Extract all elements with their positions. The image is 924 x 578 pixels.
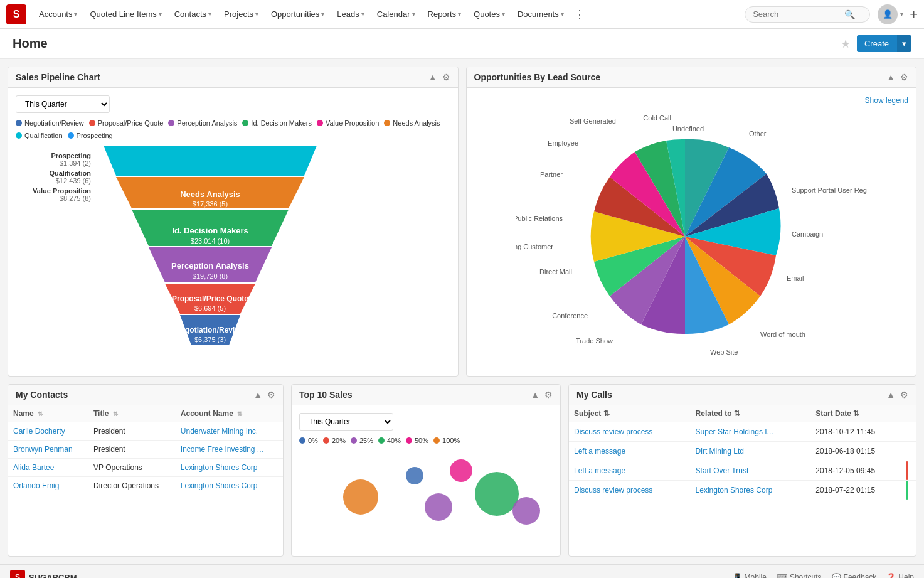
footer-mobile-link[interactable]: 📱 Mobile bbox=[733, 573, 767, 578]
show-legend-container: Show legend bbox=[474, 95, 909, 105]
svg-text:Direct Mail: Direct Mail bbox=[539, 268, 572, 276]
sales-pipeline-header: Sales Pipeline Chart ▲ ⚙ bbox=[8, 67, 458, 88]
call-subject-link[interactable]: Discuss review process bbox=[574, 486, 652, 495]
pie-chart-svg: Undefined Other Cold Call Support Portal… bbox=[516, 111, 867, 362]
table-row: Discuss review process Lexington Shores … bbox=[569, 481, 916, 500]
contacts-col-name[interactable]: Name ⇅ bbox=[8, 405, 88, 422]
call-date: 2018-07-22 01:15 bbox=[810, 481, 906, 500]
nav-item-projects[interactable]: Projects ▾ bbox=[219, 7, 263, 21]
search-input[interactable] bbox=[753, 9, 841, 19]
contact-account-link[interactable]: Income Free Investing ... bbox=[181, 445, 263, 454]
call-related-link[interactable]: Lexington Shores Corp bbox=[696, 486, 773, 495]
legend-value-prop: Value Proposition bbox=[317, 119, 379, 127]
nav-logo[interactable]: S bbox=[6, 4, 26, 24]
svg-text:Id. Decision Makers: Id. Decision Makers bbox=[172, 226, 248, 235]
bubble-chart bbox=[299, 448, 553, 549]
svg-text:Proposal/Price Quote: Proposal/Price Quote bbox=[172, 294, 248, 303]
top-sales-quarter-select[interactable]: This Quarter bbox=[299, 413, 393, 431]
contacts-panel: My Contacts ▲ ⚙ Name ⇅ Title ⇅ Account N… bbox=[8, 384, 284, 557]
contact-account-link[interactable]: Lexington Shores Corp bbox=[181, 481, 258, 490]
legend-dot-needs bbox=[384, 120, 390, 126]
nav-more-icon[interactable]: ⋮ bbox=[574, 8, 585, 21]
show-legend-link[interactable]: Show legend bbox=[865, 96, 908, 105]
svg-text:Existing Customer: Existing Customer bbox=[516, 243, 553, 250]
collapse-icon[interactable]: ▲ bbox=[428, 72, 437, 82]
quarter-select[interactable]: This Quarter bbox=[16, 95, 110, 113]
footer-help-link[interactable]: ❓ Help bbox=[886, 573, 914, 578]
create-button-group: Create ▾ bbox=[857, 35, 911, 52]
contacts-panel-body: Name ⇅ Title ⇅ Account Name ⇅ Carlie Doc… bbox=[8, 405, 283, 495]
create-dropdown-button[interactable]: ▾ bbox=[896, 35, 911, 52]
calls-settings-icon[interactable]: ⚙ bbox=[900, 390, 908, 400]
legend-prospecting: Prospecting bbox=[68, 132, 113, 139]
call-subject-link[interactable]: Left a message bbox=[574, 447, 625, 456]
nav-item-documents[interactable]: Documents ▾ bbox=[512, 7, 569, 21]
call-related-link[interactable]: Super Star Holdings I... bbox=[696, 427, 773, 436]
top-sales-collapse-icon[interactable]: ▲ bbox=[531, 390, 539, 400]
call-subject-link[interactable]: Left a message bbox=[574, 466, 625, 475]
bubble-legend: 0% 20% 25% 40% bbox=[299, 437, 553, 444]
nav-plus-icon[interactable]: + bbox=[910, 6, 918, 23]
settings-icon[interactable]: ⚙ bbox=[442, 72, 450, 82]
contacts-collapse-icon[interactable]: ▲ bbox=[253, 390, 262, 400]
nav-item-contacts[interactable]: Contacts ▾ bbox=[169, 7, 216, 21]
bubble-legend-50: 50% bbox=[406, 437, 428, 444]
call-indicator bbox=[906, 422, 908, 441]
shortcuts-icon: ⌨ bbox=[777, 573, 787, 578]
create-button[interactable]: Create bbox=[857, 35, 896, 52]
nav-item-accounts[interactable]: Accounts ▾ bbox=[34, 7, 82, 21]
svg-text:Public Relations: Public Relations bbox=[516, 215, 563, 222]
bubble-legend-40: 40% bbox=[378, 437, 401, 444]
legend-decision: Id. Decision Makers bbox=[242, 119, 312, 127]
opportunities-body: Show legend bbox=[467, 88, 916, 376]
top-sales-settings-icon[interactable]: ⚙ bbox=[544, 390, 553, 400]
footer-feedback-link[interactable]: 💬 Feedback bbox=[832, 573, 877, 578]
svg-text:Perception Analysis: Perception Analysis bbox=[171, 261, 249, 270]
contact-name-link[interactable]: Alida Bartee bbox=[13, 463, 54, 472]
legend-perception: Perception Analysis bbox=[168, 119, 237, 127]
opportunities-settings-icon[interactable]: ⚙ bbox=[900, 72, 908, 82]
calls-collapse-icon[interactable]: ▲ bbox=[886, 390, 895, 400]
bubble-3 bbox=[450, 459, 472, 482]
contacts-panel-controls: ▲ ⚙ bbox=[253, 390, 275, 400]
call-related-link[interactable]: Start Over Trust bbox=[696, 466, 749, 475]
nav-item-leads[interactable]: Leads ▾ bbox=[332, 7, 369, 21]
contact-name-link[interactable]: Orlando Emig bbox=[13, 481, 59, 490]
funnel-label-qualification: Qualification $12,439 (6) bbox=[16, 169, 91, 185]
calls-table: Subject ⇅ Related to ⇅ Start Date ⇅ Disc… bbox=[569, 405, 916, 500]
bottom-panel-row: My Contacts ▲ ⚙ Name ⇅ Title ⇅ Account N… bbox=[8, 384, 916, 557]
search-bar[interactable]: 🔍 bbox=[745, 6, 870, 23]
table-row: Left a message Dirt Mining Ltd 2018-06-1… bbox=[569, 442, 916, 461]
call-subject-link[interactable]: Discuss review process bbox=[574, 427, 652, 436]
nav-item-quoted-line-items[interactable]: Quoted Line Items ▾ bbox=[85, 7, 166, 21]
legend-dot-qualification bbox=[16, 132, 22, 139]
contact-account-link[interactable]: Lexington Shores Corp bbox=[181, 463, 258, 472]
opportunities-panel: Opportunities By Lead Source ▲ ⚙ Show le… bbox=[466, 67, 917, 377]
call-date: 2018-10-12 11:45 bbox=[810, 422, 906, 442]
contact-name-link[interactable]: Bronwyn Penman bbox=[13, 445, 73, 454]
sales-pipeline-body: This Quarter Negotiation/Review Proposal… bbox=[8, 88, 458, 368]
user-chevron-icon[interactable]: ▾ bbox=[900, 11, 903, 18]
nav-item-calendar[interactable]: Calendar ▾ bbox=[372, 7, 420, 21]
pipeline-legend: Negotiation/Review Proposal/Price Quote … bbox=[16, 119, 450, 139]
footer-shortcuts-link[interactable]: ⌨ Shortcuts bbox=[777, 573, 822, 578]
nav-item-opportunities[interactable]: Opportunities ▾ bbox=[266, 7, 329, 21]
opportunities-collapse-icon[interactable]: ▲ bbox=[886, 72, 895, 82]
contacts-settings-icon[interactable]: ⚙ bbox=[267, 390, 275, 400]
call-indicator bbox=[906, 442, 908, 461]
calls-col-date[interactable]: Start Date ⇅ bbox=[810, 405, 906, 422]
contact-name-link[interactable]: Carlie Docherty bbox=[13, 427, 65, 436]
favorite-star-icon[interactable]: ★ bbox=[841, 37, 851, 51]
opportunities-header: Opportunities By Lead Source ▲ ⚙ bbox=[467, 67, 916, 88]
contact-account-link[interactable]: Underwater Mining Inc. bbox=[181, 427, 258, 436]
calls-col-related[interactable]: Related to ⇅ bbox=[691, 405, 811, 422]
nav-item-quotes[interactable]: Quotes ▾ bbox=[469, 7, 510, 21]
contacts-col-account[interactable]: Account Name ⇅ bbox=[176, 405, 283, 422]
calls-col-subject[interactable]: Subject ⇅ bbox=[569, 405, 691, 422]
contacts-col-title[interactable]: Title ⇅ bbox=[88, 405, 176, 422]
nav-item-reports[interactable]: Reports ▾ bbox=[423, 7, 467, 21]
call-related-link[interactable]: Dirt Mining Ltd bbox=[696, 447, 744, 456]
user-avatar[interactable]: 👤 bbox=[878, 4, 898, 24]
funnel-svg-container: Needs Analysis $17,336 (5) Id. Decision … bbox=[97, 146, 450, 361]
bubble-legend-0: 0% bbox=[299, 437, 318, 444]
